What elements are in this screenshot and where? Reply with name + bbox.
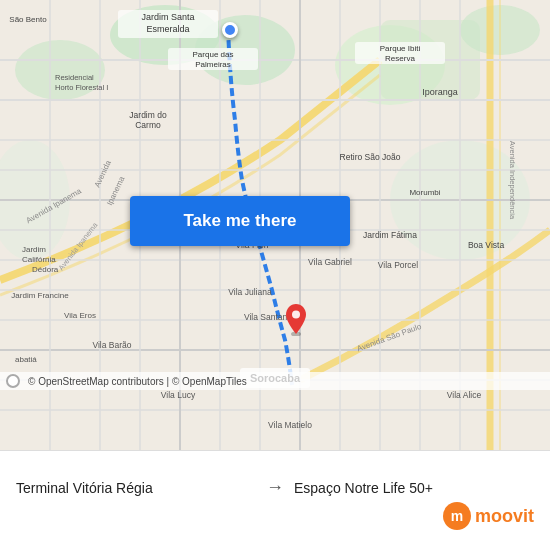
svg-text:Jardim: Jardim <box>22 245 46 254</box>
svg-text:Vila Porcel: Vila Porcel <box>378 260 419 270</box>
bottom-bar: Terminal Vitória Régia → Espaço Notre Li… <box>0 450 550 550</box>
svg-text:Califórnia: Califórnia <box>22 255 56 264</box>
moovit-text: moovit <box>475 506 534 527</box>
svg-text:Vila Lucy: Vila Lucy <box>161 390 196 400</box>
moovit-icon: m <box>443 502 471 530</box>
moovit-logo: m moovit <box>443 502 534 530</box>
svg-text:Jardim Francine: Jardim Francine <box>11 291 69 300</box>
svg-text:Morumbi: Morumbi <box>409 188 440 197</box>
destination-pin <box>285 304 307 340</box>
svg-text:Iporanga: Iporanga <box>422 87 458 97</box>
take-me-there-button[interactable]: Take me there <box>130 196 350 246</box>
app-container: Jardim Santa Esmeralda Parque das Palmei… <box>0 0 550 550</box>
svg-text:Horto Florestal I: Horto Florestal I <box>55 83 108 92</box>
svg-text:Vila Barão: Vila Barão <box>92 340 131 350</box>
route-arrow-icon: → <box>266 477 284 498</box>
attribution-circle <box>6 374 20 388</box>
svg-text:Residencial: Residencial <box>55 73 94 82</box>
svg-text:Palmeiras: Palmeiras <box>195 60 231 69</box>
svg-text:Jardim Fátima: Jardim Fátima <box>363 230 417 240</box>
svg-text:Vila Gabriel: Vila Gabriel <box>308 257 352 267</box>
svg-text:Parque das: Parque das <box>193 50 234 59</box>
svg-text:Boa Vista: Boa Vista <box>468 240 505 250</box>
route-row: Terminal Vitória Régia → Espaço Notre Li… <box>0 465 550 502</box>
svg-text:Reserva: Reserva <box>385 54 415 63</box>
svg-text:Retiro São João: Retiro São João <box>340 152 401 162</box>
origin-label: Terminal Vitória Régia <box>16 480 256 496</box>
svg-text:Vila Alice: Vila Alice <box>447 390 482 400</box>
svg-point-76 <box>292 311 300 319</box>
svg-text:Avenida Independência: Avenida Independência <box>508 141 517 220</box>
current-location-marker <box>222 22 238 38</box>
svg-text:Jardim do: Jardim do <box>129 110 167 120</box>
attribution-text: © OpenStreetMap contributors | © OpenMap… <box>28 376 247 387</box>
logo-row: m moovit <box>0 502 550 536</box>
map-attribution: © OpenStreetMap contributors | © OpenMap… <box>0 372 550 390</box>
svg-text:Vila Juliana: Vila Juliana <box>228 287 272 297</box>
svg-text:Jardim Santa: Jardim Santa <box>141 12 194 22</box>
destination-label: Espaço Notre Life 50+ <box>294 480 534 496</box>
svg-text:Dédora: Dédora <box>32 265 59 274</box>
svg-text:Vila Matielo: Vila Matielo <box>268 420 312 430</box>
svg-text:Esmeralda: Esmeralda <box>146 24 189 34</box>
svg-text:São Bento: São Bento <box>9 15 47 24</box>
svg-text:Vila Eros: Vila Eros <box>64 311 96 320</box>
svg-text:Carmo: Carmo <box>135 120 161 130</box>
svg-text:abatiá: abatiá <box>15 355 37 364</box>
svg-text:Parque Ibiti: Parque Ibiti <box>380 44 421 53</box>
map-area[interactable]: Jardim Santa Esmeralda Parque das Palmei… <box>0 0 550 450</box>
